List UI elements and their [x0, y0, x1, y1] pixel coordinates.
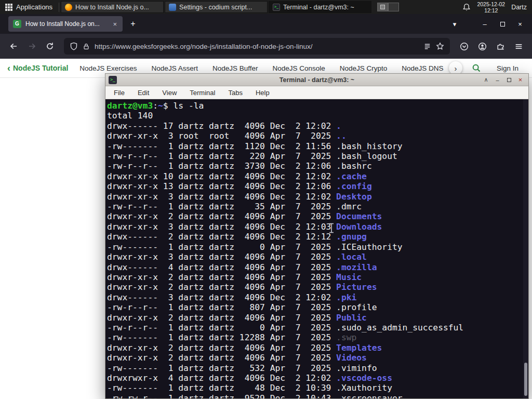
lock-icon[interactable]: [83, 43, 90, 50]
browser-toolbar: https://www.geeksforgeeks.org/node-js/in…: [0, 34, 532, 59]
file-meta: -rw-r--r-- 1 dartz dartz 807 Apr 7 2025: [107, 302, 336, 312]
tracking-shield-icon[interactable]: [70, 42, 78, 50]
back-button[interactable]: [5, 38, 22, 55]
file-meta: -rw-r--r-- 1 dartz dartz 0 Apr 7 2025: [107, 323, 336, 332]
extensions-puzzle-icon[interactable]: [492, 38, 509, 55]
terminal-shade-button[interactable]: ∧: [481, 75, 491, 85]
reader-mode-icon[interactable]: [423, 43, 431, 50]
maximize-button[interactable]: [494, 16, 511, 32]
terminal-total-line: total 140: [107, 111, 528, 121]
taskbar-window-firefox[interactable]: How to Install Node.js o...: [61, 1, 164, 13]
taskbar-window-terminal[interactable]: >_Terminal - dartz@vm3: ~: [269, 1, 371, 13]
terminal-scrollbar-thumb[interactable]: [524, 363, 527, 396]
url-bar[interactable]: https://www.geeksforgeeks.org/node-js/in…: [64, 38, 450, 55]
clock-time: 12:12: [477, 7, 505, 14]
site-nav-item[interactable]: NodeJS Console: [272, 64, 325, 72]
clock-date: 2025-12-02: [477, 1, 505, 7]
terminal-title: Terminal - dartz@vm3: ~: [105, 76, 528, 84]
taskbar-window-settings[interactable]: Settings - codium script...: [165, 1, 268, 13]
terminal-line: drwxr-xr-x 3 dartz dartz 4096 Dec 2 12:0…: [107, 192, 528, 202]
new-tab-button[interactable]: +: [126, 17, 140, 31]
workspace-switcher[interactable]: [377, 3, 399, 11]
firefox-icon: [65, 4, 72, 11]
file-meta: -rw------- 1 dartz dartz 12288 Apr 7 202…: [107, 332, 336, 342]
terminal-line: -rw------- 1 dartz dartz 12288 Apr 7 202…: [107, 332, 528, 342]
site-nav-item[interactable]: NodeJS Exercises: [79, 64, 137, 72]
terminal-line: -rw-r--r-- 1 dartz dartz 807 Apr 7 2025 …: [107, 302, 528, 312]
tab-title: How to Install Node.js on...: [25, 20, 108, 28]
file-name: .bashrc: [336, 161, 372, 171]
applications-label: Applications: [16, 3, 52, 11]
url-text[interactable]: https://www.geeksforgeeks.org/node-js/in…: [95, 43, 419, 50]
file-meta: drwxr-xr-x 2 dartz dartz 4096 Apr 7 2025: [107, 313, 336, 323]
terminal-titlebar[interactable]: >_ Terminal - dartz@vm3: ~ ∧ – ×: [105, 74, 528, 86]
site-nav-item[interactable]: NodeJS Crypto: [340, 64, 388, 72]
terminal-line: drwxr-xr-x 3 dartz dartz 4096 Dec 2 12:0…: [107, 222, 528, 232]
taskbar-clock[interactable]: 2025-12-02 12:12: [477, 1, 505, 14]
mouse-ibeam-cursor: [328, 223, 335, 233]
terminal-line: drwx------ 17 dartz dartz 4096 Dec 2 12:…: [107, 121, 528, 131]
site-nav-back-label: NodeJS Tutorial: [13, 64, 68, 72]
maximize-icon: [500, 22, 505, 26]
terminal-menu-file[interactable]: File: [114, 89, 125, 97]
terminal-window[interactable]: >_ Terminal - dartz@vm3: ~ ∧ – × FileEdi…: [105, 73, 529, 399]
file-meta: drwxr-xr-x 3 dartz dartz 4096 Apr 7 2025: [107, 252, 336, 262]
close-button[interactable]: ×: [511, 16, 529, 32]
workspace-1[interactable]: [377, 3, 388, 11]
taskbar-window-title: Settings - codium script...: [179, 4, 252, 11]
site-nav-item[interactable]: NodeJS Assert: [152, 64, 198, 72]
terminal-menu-edit[interactable]: Edit: [138, 89, 149, 97]
file-meta: drwxr-xr-x 2 dartz dartz 4096 Apr 7 2025: [107, 272, 336, 282]
prompt-path: ~: [158, 101, 163, 111]
tab-close-icon[interactable]: ×: [112, 20, 118, 28]
terminal-icon: >_: [273, 4, 280, 11]
forward-button[interactable]: [23, 38, 40, 55]
terminal-menu-help[interactable]: Help: [256, 89, 270, 97]
back-arrow-icon: [9, 42, 18, 50]
file-name: Public: [336, 313, 367, 323]
terminal-menu-view[interactable]: View: [162, 89, 177, 97]
file-meta: -rw------- 1 dartz dartz 0 Apr 7 2025: [107, 242, 336, 252]
file-meta: drwxr-xr-x 13 dartz dartz 4096 Dec 2 12:…: [107, 181, 336, 191]
taskbar-window-title: Terminal - dartz@vm3: ~: [283, 4, 354, 11]
terminal-menu-terminal[interactable]: Terminal: [190, 89, 215, 97]
terminal-prompt-line: dartz@vm3:~$ ls -la: [107, 101, 528, 111]
file-name: .cache: [336, 171, 367, 181]
terminal-line: -rw-r--r-- 1 dartz dartz 0 Apr 7 2025 .s…: [107, 323, 528, 332]
site-nav-item[interactable]: NodeJS DNS: [402, 64, 443, 72]
terminal-menu-tabs[interactable]: Tabs: [228, 89, 242, 97]
site-nav-back-link[interactable]: ‹ NodeJS Tutorial: [7, 64, 68, 72]
terminal-close-button[interactable]: ×: [515, 75, 525, 85]
browser-window-controls: ▾ – ×: [446, 16, 529, 32]
minimize-button[interactable]: –: [476, 16, 494, 32]
file-name: Downloads: [336, 222, 382, 232]
terminal-maximize-button[interactable]: [504, 75, 514, 85]
workspace-2[interactable]: [388, 3, 399, 11]
terminal-line: -rw-r--r-- 1 dartz dartz 3730 Dec 2 12:0…: [107, 161, 528, 171]
list-all-tabs-icon[interactable]: ▾: [446, 16, 463, 32]
site-nav-item[interactable]: NodeJS Buffer: [212, 64, 258, 72]
search-icon[interactable]: [472, 63, 481, 73]
bookmark-star-icon[interactable]: [436, 42, 444, 50]
terminal-scrollbar[interactable]: [523, 99, 528, 398]
account-icon[interactable]: [474, 38, 490, 55]
terminal-minimize-button[interactable]: –: [493, 75, 502, 85]
reload-button[interactable]: [42, 38, 58, 55]
terminal-line: drwxr-xr-x 10 dartz dartz 4096 Dec 2 12:…: [107, 171, 528, 181]
terminal-maximize-icon: [507, 78, 511, 82]
user-menu[interactable]: Dartz: [511, 4, 527, 11]
notifications-bell-icon[interactable]: [462, 3, 471, 11]
applications-menu-button[interactable]: Applications: [0, 0, 58, 14]
terminal-line: drwxr-xr-x 2 dartz dartz 4096 Apr 7 2025…: [107, 353, 528, 363]
file-meta: -rw------- 1 dartz dartz 532 Apr 7 2025: [107, 363, 336, 373]
file-name: .dmrc: [336, 202, 362, 211]
menu-hamburger-icon[interactable]: [510, 38, 527, 55]
terminal-line: drwxrwxr-x 4 dartz dartz 4096 Dec 2 12:0…: [107, 373, 528, 383]
browser-titlebar: G How to Install Node.js on... × + ▾ – ×: [0, 14, 532, 34]
prompt-separator: :: [153, 101, 158, 111]
terminal-body[interactable]: dartz@vm3:~$ ls -la total 140 drwx------…: [105, 99, 528, 398]
reload-icon: [46, 42, 54, 50]
browser-tab[interactable]: G How to Install Node.js on... ×: [8, 16, 123, 32]
file-meta: -rw-rw-r-- 1 dartz dartz 9529 Dec 2 10:4…: [107, 393, 336, 398]
pocket-icon[interactable]: [456, 38, 472, 55]
